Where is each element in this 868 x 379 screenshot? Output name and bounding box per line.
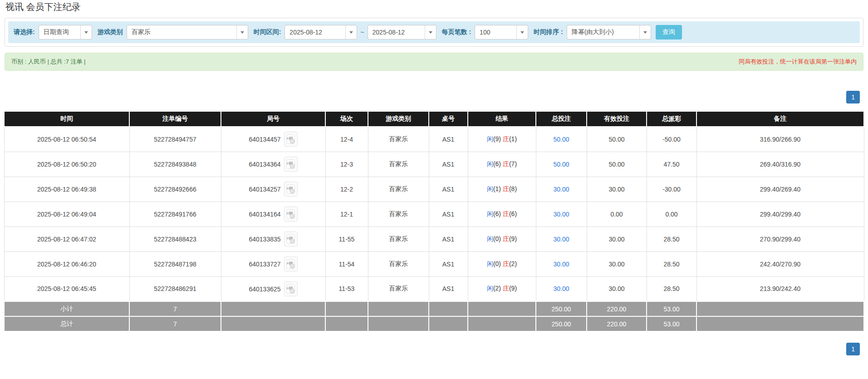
time-sort-dropdown[interactable]: 降幂(由大到小) <box>567 25 651 39</box>
cell-bet-no: 522728486291 <box>129 276 221 301</box>
date-from-dropdown[interactable]: 2025-08-12 <box>284 25 357 39</box>
cell-bet-no: 522728494757 <box>129 127 221 152</box>
summary-label: 总计 <box>4 316 129 331</box>
column-header-8: 有效投注 <box>587 111 647 127</box>
cell-session: 12-1 <box>325 202 368 226</box>
summary-valid-bet: 220.00 <box>587 301 647 316</box>
cell-session: 12-4 <box>325 127 368 152</box>
time-range-label: 时间区间: <box>254 28 281 36</box>
video-replay-button[interactable] <box>284 256 298 271</box>
page-size-dropdown[interactable]: 100 <box>475 25 528 39</box>
total-bet-link[interactable]: 30.00 <box>553 211 569 218</box>
cell-payout: 28.50 <box>647 226 696 251</box>
result-player-label: 闲 <box>487 185 493 192</box>
result-player-count: (0) <box>493 260 501 267</box>
result-player-label: 闲 <box>487 135 493 143</box>
video-replay-button[interactable] <box>284 182 298 197</box>
summary-bar: 币别 : 人民币 | 总共 :7 注单 | 同局有效投注，统一计算在该局第一张注… <box>5 53 863 71</box>
select-type-value: 日期查询 <box>39 25 80 39</box>
cell-table-no: AS1 <box>429 226 468 251</box>
column-header-7: 总投注 <box>536 111 587 127</box>
result-player-count: (0) <box>493 235 501 242</box>
summary-currency-text: 币别 : 人民币 | 总共 :7 注单 | <box>11 58 86 66</box>
cell-result: 闲(1) 庄(8) <box>468 177 536 202</box>
column-header-6: 结果 <box>468 111 536 127</box>
cell-result: 闲(9) 庄(1) <box>468 127 536 152</box>
cell-total-bet: 30.00 <box>536 226 587 251</box>
cell-table-no: AS1 <box>429 276 468 301</box>
page-1-button[interactable]: 1 <box>846 343 860 355</box>
table-row: 2025-08-12 06:47:02522728488423640133835… <box>4 226 864 251</box>
video-replay-button[interactable] <box>284 207 298 221</box>
result-banker-label: 庄 <box>503 160 509 167</box>
result-player-label: 闲 <box>487 285 493 292</box>
cell-round-no: 640133835 <box>221 226 325 251</box>
total-bet-link[interactable]: 50.00 <box>553 161 569 168</box>
result-banker-label: 庄 <box>503 135 509 143</box>
records-tbody: 2025-08-12 06:50:54522728494757640134457… <box>4 127 864 331</box>
cell-table-no: AS1 <box>429 127 468 152</box>
cell-time: 2025-08-12 06:46:20 <box>4 251 129 276</box>
cell-table-no: AS1 <box>429 177 468 202</box>
cell-session: 11-53 <box>325 276 368 301</box>
cell-remark: 299.40/269.40 <box>696 177 864 202</box>
cell-time: 2025-08-12 06:50:20 <box>4 152 129 177</box>
video-replay-button[interactable] <box>284 281 298 296</box>
video-replay-button[interactable] <box>284 157 298 172</box>
filter-panel: 请选择: 日期查询 游戏类别 百家乐 时间区间: 2025-08-12 ~ 20… <box>5 18 863 47</box>
cell-total-bet: 30.00 <box>536 276 587 301</box>
video-camera-icon <box>286 159 295 169</box>
total-bet-link[interactable]: 30.00 <box>553 285 569 292</box>
cell-payout: -50.00 <box>647 127 696 152</box>
summary-payout: 53.00 <box>647 316 696 331</box>
date-from-value: 2025-08-12 <box>285 25 345 39</box>
video-camera-icon <box>286 134 295 144</box>
result-banker-count: (6) <box>509 210 517 217</box>
cell-total-bet: 50.00 <box>536 127 587 152</box>
summary-row: 小计7250.00220.0053.00 <box>4 301 864 316</box>
summary-empty-cell-round-no <box>221 316 325 331</box>
result-player-label: 闲 <box>487 235 493 242</box>
result-banker-count: (2) <box>509 260 517 267</box>
pagination-bottom: 1 <box>0 343 860 355</box>
video-replay-button[interactable] <box>284 231 298 246</box>
round-no-text: 640134164 <box>249 211 280 218</box>
cell-bet-no: 522728487198 <box>129 251 221 276</box>
game-category-dropdown[interactable]: 百家乐 <box>127 25 248 39</box>
page-1-button[interactable]: 1 <box>846 91 860 103</box>
summary-empty-remark <box>696 316 864 331</box>
game-category-label: 游戏类别 <box>98 28 123 36</box>
date-to-dropdown[interactable]: 2025-08-12 <box>368 25 436 39</box>
chevron-down-icon <box>516 25 528 39</box>
total-bet-link[interactable]: 30.00 <box>553 261 569 268</box>
select-type-dropdown[interactable]: 日期查询 <box>39 25 92 39</box>
column-header-3: 场次 <box>325 111 368 127</box>
cell-time: 2025-08-12 06:49:38 <box>4 177 129 202</box>
chevron-down-icon <box>639 25 651 39</box>
cell-payout: 0.00 <box>647 202 696 226</box>
total-bet-link[interactable]: 50.00 <box>553 136 569 143</box>
table-row: 2025-08-12 06:46:20522728487198640133727… <box>4 251 864 276</box>
cell-remark: 270.90/299.40 <box>696 226 864 251</box>
time-sort-value: 降幂(由大到小) <box>567 25 639 39</box>
cell-total-bet: 30.00 <box>536 202 587 226</box>
table-row: 2025-08-12 06:49:38522728492666640134257… <box>4 177 864 202</box>
result-banker-label: 庄 <box>503 235 509 242</box>
result-banker-label: 庄 <box>503 210 509 217</box>
total-bet-link[interactable]: 30.00 <box>553 236 569 243</box>
summary-label: 小计 <box>4 301 129 316</box>
summary-total-bet: 250.00 <box>536 316 587 331</box>
video-camera-icon <box>286 209 295 219</box>
cell-session: 11-54 <box>325 251 368 276</box>
result-player-label: 闲 <box>487 260 493 267</box>
cell-valid-bet: 50.00 <box>587 127 647 152</box>
bet-records-table: 时间注单编号局号场次游戏类别桌号结果总投注有效投注总派彩备注 2025-08-1… <box>4 111 864 332</box>
cell-result: 闲(0) 庄(9) <box>468 226 536 251</box>
result-player-count: (6) <box>493 210 501 217</box>
video-replay-button[interactable] <box>284 132 298 147</box>
cell-game-category: 百家乐 <box>368 276 429 301</box>
total-bet-link[interactable]: 30.00 <box>553 186 569 193</box>
cell-game-category: 百家乐 <box>368 251 429 276</box>
search-button[interactable]: 查询 <box>656 25 682 39</box>
cell-round-no: 640133727 <box>221 251 325 276</box>
